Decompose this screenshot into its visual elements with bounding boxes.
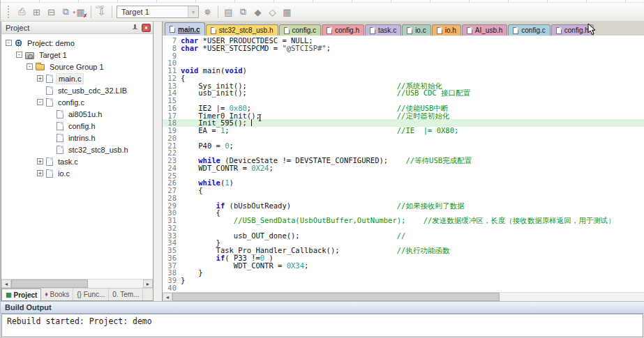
code-line[interactable]: 25 — [163, 172, 644, 180]
translate-icon: ⎙ — [18, 6, 25, 17]
chevron-down-icon[interactable]: ▾ — [188, 6, 198, 17]
editor-tab[interactable]: io.h — [432, 24, 461, 36]
build-toolbar: ⎙⊞⊟⧉▾▦✗⇩LOADTarget 1▾✵▤⧉◆◇▦ — [1, 3, 644, 22]
scroll-right-button[interactable]: ► — [143, 279, 153, 288]
scroll-left-button[interactable]: ◄ — [163, 293, 172, 301]
code-line[interactable]: 11void main(void) — [163, 67, 644, 75]
tree-expander[interactable]: - — [6, 40, 12, 46]
scroll-left-button[interactable]: ◄ — [1, 279, 11, 288]
translate-icon[interactable]: ⎙ — [15, 5, 29, 20]
stop-build-icon[interactable]: ▦✗ — [73, 5, 88, 20]
file-icon — [57, 122, 63, 130]
tree-item[interactable]: -Target 1 — [1, 49, 153, 61]
code-line[interactable]: 38 } — [163, 269, 644, 277]
tree-item-label: io.c — [56, 169, 72, 178]
editor-tab[interactable]: config.h — [551, 24, 594, 36]
tree-expander[interactable]: - — [27, 63, 33, 70]
batch-build-icon[interactable]: ⧉▾ — [59, 5, 73, 20]
build-output-header[interactable]: Build Output — [1, 301, 644, 314]
scrollbar-track[interactable] — [88, 279, 143, 288]
editor-tab[interactable]: main.c — [165, 22, 205, 36]
tree-expander[interactable]: + — [37, 75, 43, 82]
code-line[interactable]: 8char *USER_STCISPCMD = "@STCISP#"; — [163, 45, 644, 52]
panel-splitter[interactable] — [153, 22, 162, 301]
tree-item[interactable]: -Project: demo — [1, 37, 153, 49]
file-extensions-icon[interactable]: ▤ — [221, 5, 236, 20]
editor-tab[interactable]: stc32_stc8_usb.h — [206, 24, 278, 36]
select-packs-icon[interactable]: ◇ — [265, 5, 280, 20]
rebuild-icon: ⊟ — [47, 7, 55, 17]
tree-expander[interactable]: - — [16, 52, 22, 58]
code-line[interactable]: 36 if( P33 !=0 ) — [163, 254, 644, 262]
tree-item[interactable]: -Source Group 1 — [1, 61, 153, 72]
tree-item[interactable]: stc_usb_cdc_32.LIB — [1, 84, 153, 96]
tree-item-label: Source Group 1 — [47, 62, 106, 72]
code-line[interactable]: 26 while(1) — [163, 179, 644, 187]
tree-item[interactable]: config.h — [1, 120, 153, 132]
tree-expander[interactable]: + — [37, 170, 43, 176]
code-line[interactable]: 24 WDT_CONTR = 0X24; — [163, 164, 644, 172]
tree-item[interactable]: intrins.h — [1, 132, 153, 144]
scrollbar-track[interactable] — [500, 293, 644, 301]
scrollbar-thumb[interactable] — [172, 293, 500, 301]
editor-tab[interactable]: config.h — [322, 24, 364, 36]
code-text — [181, 135, 644, 142]
toolbar-separator — [112, 6, 112, 18]
editor-tab-label: config.c — [292, 26, 316, 34]
panel-tab-books[interactable]: ⬧Books — [41, 289, 73, 300]
editor-tab-label: stc32_stc8_usb.h — [219, 26, 274, 34]
document-icon — [467, 27, 472, 34]
toolbar-grip[interactable] — [8, 6, 10, 18]
line-number: 7 — [163, 37, 181, 45]
code-line[interactable]: 21 P40 = 0; — [163, 142, 644, 150]
tree-item[interactable]: stc32_stc8_usb.h — [1, 144, 153, 155]
build-icon[interactable]: ⊞ — [29, 5, 44, 20]
file-icon — [46, 75, 53, 83]
file-extensions-icon: ▤ — [224, 7, 232, 17]
code-line[interactable]: 39} — [163, 277, 644, 284]
rebuild-icon[interactable]: ⊟ — [44, 5, 59, 20]
close-icon[interactable]: x — [142, 24, 151, 32]
editor-tab-label: task.c — [378, 26, 396, 34]
editor-tab[interactable]: AI_usb.h — [462, 24, 507, 36]
panel-tab-func[interactable]: {} Func... — [73, 289, 109, 300]
code-line[interactable]: 20 — [163, 135, 644, 142]
target-select[interactable]: Target 1▾ — [117, 6, 199, 18]
code-line[interactable]: 33 usb_OUT_done(); // — [163, 232, 644, 240]
panel-tab-label: Books — [50, 291, 69, 298]
code-line[interactable]: 14 usb_init(); //USB CDC 接口配置 — [163, 89, 644, 97]
tree-item[interactable]: -config.c — [1, 96, 153, 108]
pin-icon[interactable] — [132, 24, 138, 31]
code-line[interactable]: 40 — [163, 284, 644, 292]
line-number: 16 — [163, 105, 181, 112]
code-line[interactable]: 31 //USB_SendData(UsbOutBuffer,OutNumber… — [163, 217, 644, 224]
tree-expander[interactable]: + — [37, 158, 43, 164]
panel-tab-project[interactable]: ▦Project — [1, 289, 41, 300]
tree-item[interactable]: ai8051u.h — [1, 108, 153, 120]
editor-tab[interactable]: config.c — [508, 24, 550, 36]
code-line[interactable]: 19 EA = 1; //IE |= 0X80; — [163, 127, 644, 135]
build-output-body[interactable]: Rebuild started: Project: demo — [1, 314, 643, 337]
code-line[interactable]: 9 — [163, 52, 644, 60]
code-line[interactable]: 27 { — [163, 187, 644, 194]
run-time-environment-icon[interactable]: ◆ — [250, 5, 265, 20]
editor-tab[interactable]: config.c — [279, 24, 321, 36]
pack-installer-icon[interactable]: ▦ — [280, 5, 294, 20]
tree-expander[interactable]: - — [37, 99, 43, 105]
code-line[interactable]: 37 WDT_CONTR = 0X34; — [163, 262, 644, 270]
tree-item[interactable]: +task.c — [1, 155, 153, 167]
scrollbar-thumb[interactable] — [11, 279, 88, 288]
panel-tab-tem[interactable]: 0. Tem... — [109, 289, 143, 300]
code-editor[interactable]: 7char *USER_PRODUCTDESC = NULL;8char *US… — [163, 36, 644, 292]
download-icon[interactable]: ⇩LOAD — [94, 5, 109, 20]
code-line[interactable]: 29 if (bUsbOutReady) //如果接收到了数据 — [163, 202, 644, 210]
options-for-target-icon[interactable]: ✵ — [200, 5, 215, 20]
editor-tab[interactable]: io.c — [402, 24, 431, 36]
document-icon — [437, 27, 442, 34]
folder-icon — [36, 64, 45, 70]
tree-item[interactable]: +main.c — [1, 72, 153, 84]
editor-tab[interactable]: task.c — [365, 24, 401, 36]
text-caret — [251, 119, 252, 126]
tree-item[interactable]: +io.c — [1, 167, 153, 179]
manage-project-items-icon[interactable]: ⧉ — [236, 5, 250, 20]
